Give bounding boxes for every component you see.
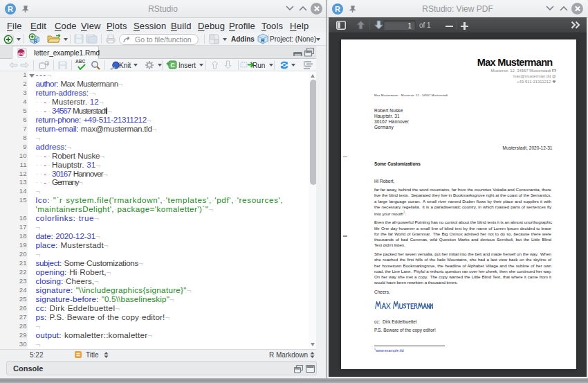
svg-text:C: C — [170, 62, 174, 69]
svg-text:md: md — [18, 51, 24, 55]
svg-text:R: R — [261, 37, 265, 44]
